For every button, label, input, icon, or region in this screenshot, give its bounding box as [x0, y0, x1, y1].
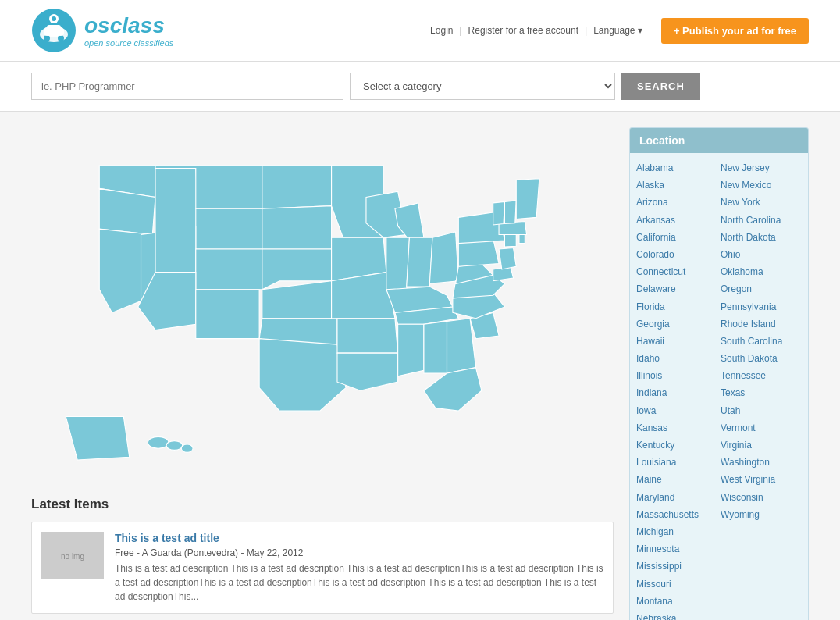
state-link-pennsylvania[interactable]: Pennsylvania [721, 300, 802, 315]
us-map[interactable] [31, 127, 586, 486]
state-link-idaho[interactable]: Idaho [636, 351, 717, 366]
state-link-new-jersey[interactable]: New Jersey [721, 161, 802, 176]
state-link-south-dakota[interactable]: South Dakota [721, 351, 802, 366]
publish-button[interactable]: + Publish your ad for free [661, 18, 809, 44]
state-link-arkansas[interactable]: Arkansas [636, 213, 717, 228]
state-link-indiana[interactable]: Indiana [636, 386, 717, 401]
state-link-ohio[interactable]: Ohio [721, 248, 802, 262]
state-link-alabama[interactable]: Alabama [636, 161, 717, 176]
state-link-alaska[interactable]: Alaska [636, 178, 717, 193]
state-missouri[interactable] [332, 273, 395, 319]
item-description: This is a test ad description This is a … [115, 561, 603, 604]
state-connecticut[interactable] [504, 234, 516, 247]
state-link-florida[interactable]: Florida [636, 300, 717, 315]
state-link-oregon[interactable]: Oregon [721, 282, 802, 297]
state-link-georgia[interactable]: Georgia [636, 317, 717, 332]
state-link-kentucky[interactable]: Kentucky [636, 438, 717, 453]
state-link-utah[interactable]: Utah [721, 404, 802, 419]
state-utah[interactable] [155, 226, 196, 272]
state-arkansas[interactable] [337, 319, 398, 353]
state-indiana[interactable] [407, 237, 432, 287]
state-link-oklahoma[interactable]: Oklahoma [721, 265, 802, 280]
location-sidebar: Location AlabamaAlaskaArizonaArkansasCal… [629, 127, 809, 620]
logo-tagline: open source classifieds [84, 38, 173, 48]
state-link-delaware[interactable]: Delaware [636, 282, 717, 297]
logo-area: osclass open source classifieds [31, 8, 173, 53]
state-link-tennessee[interactable]: Tennessee [721, 369, 802, 383]
state-oregon[interactable] [99, 188, 155, 234]
state-georgia[interactable] [447, 319, 476, 373]
state-link-maine[interactable]: Maine [636, 472, 717, 487]
map-container: Latest Items no img This is a test ad ti… [31, 127, 614, 620]
state-link-nebraska[interactable]: Nebraska [636, 611, 717, 620]
state-illinois[interactable] [386, 237, 410, 290]
state-link-montana[interactable]: Montana [636, 594, 717, 609]
state-link-washington[interactable]: Washington [721, 455, 802, 470]
state-link-west-virginia[interactable]: West Virginia [721, 472, 802, 487]
state-link-colorado[interactable]: Colorado [636, 248, 717, 262]
state-new-mexico[interactable] [196, 290, 259, 339]
state-louisiana[interactable] [337, 353, 398, 390]
state-link-new-york[interactable]: New York [721, 195, 802, 210]
state-alabama[interactable] [424, 321, 447, 373]
search-button[interactable]: SEARCH [621, 73, 700, 100]
state-hawaii-3[interactable] [181, 444, 193, 452]
location-header: Location [630, 128, 808, 153]
state-ohio[interactable] [429, 232, 458, 284]
item-title[interactable]: This is a test ad title [115, 532, 603, 544]
state-hawaii-2[interactable] [166, 441, 183, 451]
state-link-new-mexico[interactable]: New Mexico [721, 178, 802, 193]
state-south-dakota[interactable] [262, 206, 332, 249]
login-link[interactable]: Login [430, 25, 453, 36]
state-link-north-dakota[interactable]: North Dakota [721, 230, 802, 245]
state-idaho[interactable] [155, 169, 198, 226]
state-rhode-island[interactable] [519, 235, 525, 244]
state-link-wyoming[interactable]: Wyoming [721, 508, 802, 522]
state-link-vermont[interactable]: Vermont [721, 421, 802, 436]
state-north-dakota[interactable] [262, 166, 332, 208]
state-link-illinois[interactable]: Illinois [636, 369, 717, 383]
state-texas[interactable] [259, 339, 346, 411]
state-link-michigan[interactable]: Michigan [636, 525, 717, 540]
search-input[interactable] [31, 73, 343, 100]
state-link-maryland[interactable]: Maryland [636, 490, 717, 505]
state-link-louisiana[interactable]: Louisiana [636, 455, 717, 470]
state-link-rhode-island[interactable]: Rhode Island [721, 317, 802, 332]
state-link-arizona[interactable]: Arizona [636, 195, 717, 210]
latest-items: Latest Items no img This is a test ad ti… [31, 497, 614, 620]
nav-separator: | [459, 25, 461, 36]
state-colorado[interactable] [196, 249, 262, 290]
svg-rect-6 [47, 25, 61, 31]
state-kansas[interactable] [262, 281, 332, 319]
state-link-connecticut[interactable]: Connecticut [636, 265, 717, 280]
state-vermont[interactable] [493, 201, 505, 225]
state-wyoming[interactable] [196, 208, 262, 249]
latest-items-heading: Latest Items [31, 497, 614, 512]
language-link[interactable]: Language ▾ [593, 25, 642, 36]
state-link-north-carolina[interactable]: North Carolina [721, 213, 802, 228]
state-link-hawaii[interactable]: Hawaii [636, 334, 717, 349]
state-link-south-carolina[interactable]: South Carolina [721, 334, 802, 349]
svg-text:no img: no img [61, 552, 84, 561]
state-florida[interactable] [424, 368, 482, 411]
state-maine[interactable] [516, 179, 539, 219]
state-hawaii[interactable] [148, 436, 169, 448]
state-link-iowa[interactable]: Iowa [636, 404, 717, 419]
state-link-wisconsin[interactable]: Wisconsin [721, 490, 802, 505]
state-link-california[interactable]: California [636, 230, 717, 245]
state-link-massachusetts[interactable]: Massachusetts [636, 508, 717, 522]
state-new-jersey[interactable] [499, 248, 516, 269]
svg-point-3 [44, 35, 50, 41]
state-mississippi[interactable] [398, 324, 424, 376]
state-link-virginia[interactable]: Virginia [721, 438, 802, 453]
register-link[interactable]: Register for a free account [468, 25, 578, 36]
state-link-minnesota[interactable]: Minnesota [636, 542, 717, 557]
state-link-kansas[interactable]: Kansas [636, 421, 717, 436]
state-link-texas[interactable]: Texas [721, 386, 802, 401]
state-alaska[interactable] [66, 417, 129, 460]
state-link-mississippi[interactable]: Mississippi [636, 559, 717, 574]
category-select[interactable]: Select a category [350, 73, 615, 100]
state-new-hampshire[interactable] [504, 201, 516, 224]
search-bar: Select a category SEARCH [0, 62, 840, 112]
state-link-missouri[interactable]: Missouri [636, 577, 717, 592]
